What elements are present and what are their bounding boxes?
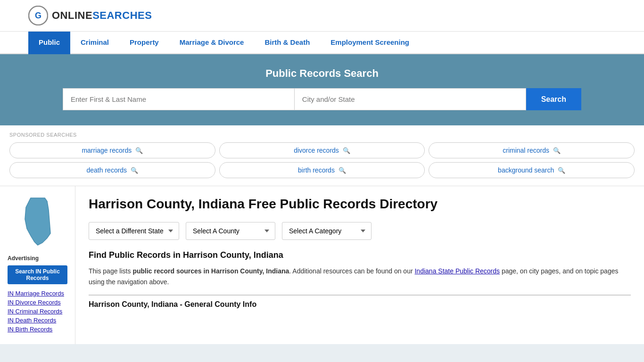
header: G ONLINESEARCHES — [0, 0, 644, 32]
content-inner: Advertising Search IN Public Records IN … — [0, 186, 644, 344]
search-icon: 🔍 — [131, 167, 138, 174]
svg-text:G: G — [35, 11, 41, 20]
nav-item-employment[interactable]: Employment Screening — [320, 32, 420, 54]
advertising-label: Advertising — [8, 255, 67, 262]
find-heading: Find Public Records in Harrison County, … — [89, 250, 631, 260]
search-form: Search — [63, 88, 581, 110]
dropdowns-row: Select a Different State Select A County… — [89, 222, 631, 240]
sponsored-item-criminal[interactable]: criminal records 🔍 — [429, 142, 635, 158]
name-input[interactable] — [63, 88, 294, 110]
nav-item-public[interactable]: Public — [28, 32, 70, 54]
nav-item-property[interactable]: Property — [119, 32, 169, 54]
sidebar-link-criminal[interactable]: IN Criminal Records — [8, 308, 67, 315]
sponsored-label: SPONSORED SEARCHES — [9, 132, 635, 138]
logo-text: ONLINESEARCHES — [52, 9, 152, 22]
sponsored-item-divorce[interactable]: divorce records 🔍 — [219, 142, 425, 158]
sponsored-item-label: death records — [87, 166, 127, 174]
state-map — [8, 196, 67, 247]
search-icon: 🔍 — [135, 147, 143, 154]
sidebar-link-death[interactable]: IN Death Records — [8, 317, 67, 324]
nav-item-birth-death[interactable]: Birth & Death — [254, 32, 320, 54]
sponsored-item-label: background search — [498, 166, 554, 174]
main-content: Harrison County, Indiana Free Public Rec… — [75, 186, 644, 344]
sponsored-item-label: birth records — [298, 166, 335, 174]
sponsored-grid: marriage records 🔍 divorce records 🔍 cri… — [9, 142, 635, 178]
sponsored-section: SPONSORED SEARCHES marriage records 🔍 di… — [0, 125, 644, 186]
sponsored-item-death[interactable]: death records 🔍 — [9, 162, 215, 178]
city-input[interactable] — [294, 88, 526, 110]
main-nav: Public Criminal Property Marriage & Divo… — [0, 32, 644, 54]
sidebar-link-birth[interactable]: IN Birth Records — [8, 326, 67, 333]
sponsored-item-background[interactable]: background search 🔍 — [429, 162, 635, 178]
sidebar-link-divorce[interactable]: IN Divorce Records — [8, 299, 67, 306]
nav-item-marriage-divorce[interactable]: Marriage & Divorce — [169, 32, 255, 54]
search-icon: 🔍 — [339, 167, 346, 174]
logo-icon: G — [28, 6, 48, 25]
sidebar: Advertising Search IN Public Records IN … — [0, 186, 75, 344]
indiana-map-svg — [17, 196, 59, 247]
sponsored-item-label: divorce records — [294, 147, 339, 154]
general-info-heading: Harrison County, Indiana - General Count… — [89, 295, 631, 309]
logo[interactable]: G ONLINESEARCHES — [28, 6, 152, 25]
description-text: This page lists public record sources in… — [89, 266, 631, 287]
search-button[interactable]: Search — [526, 88, 581, 110]
search-banner-title: Public Records Search — [28, 67, 616, 80]
search-icon: 🔍 — [343, 147, 350, 154]
state-dropdown[interactable]: Select a Different State — [89, 222, 179, 240]
sponsored-item-birth[interactable]: birth records 🔍 — [219, 162, 425, 178]
search-banner: Public Records Search Search — [0, 54, 644, 125]
content-section: SPONSORED SEARCHES marriage records 🔍 di… — [0, 125, 644, 344]
sidebar-ad-button[interactable]: Search IN Public Records — [8, 265, 67, 284]
page-title: Harrison County, Indiana Free Public Rec… — [89, 196, 631, 213]
county-dropdown[interactable]: Select A County — [186, 222, 275, 240]
indiana-state-link[interactable]: Indiana State Public Records — [414, 267, 500, 275]
nav-item-criminal[interactable]: Criminal — [70, 32, 119, 54]
sponsored-item-label: criminal records — [503, 147, 549, 154]
sidebar-link-marriage[interactable]: IN Marriage Records — [8, 290, 67, 297]
sponsored-item-label: marriage records — [82, 147, 132, 154]
search-icon: 🔍 — [553, 147, 561, 154]
search-icon: 🔍 — [558, 167, 565, 174]
category-dropdown[interactable]: Select A Category — [282, 222, 372, 240]
sponsored-item-marriage[interactable]: marriage records 🔍 — [9, 142, 215, 158]
